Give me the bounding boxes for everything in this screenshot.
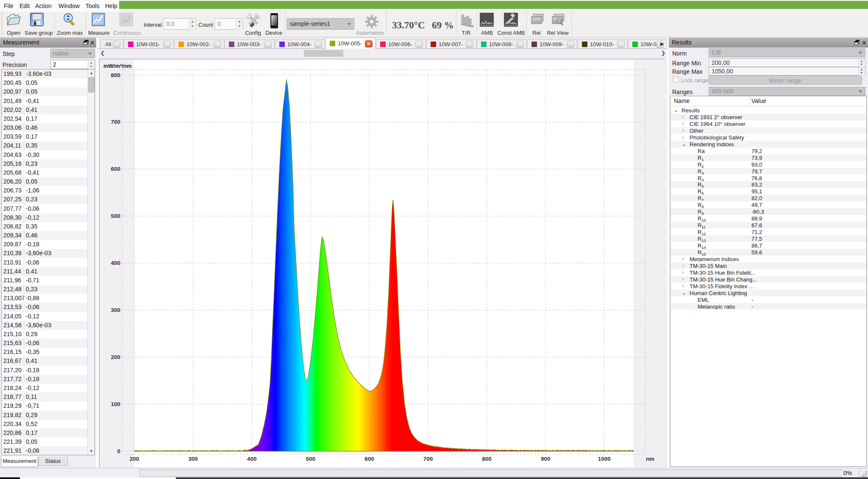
svg-text:200: 200 [130, 456, 139, 462]
svg-text:700: 700 [423, 456, 433, 462]
svg-text:400: 400 [111, 260, 120, 266]
svg-text:200: 200 [111, 354, 120, 360]
svg-text:600: 600 [364, 456, 374, 462]
svg-text:1000: 1000 [598, 456, 611, 462]
svg-text:500: 500 [111, 213, 120, 219]
svg-text:800: 800 [482, 456, 492, 462]
svg-text:100: 100 [111, 401, 120, 407]
svg-text:0: 0 [117, 448, 120, 454]
svg-text:mW/m²/nm: mW/m²/nm [103, 63, 131, 69]
svg-text:800: 800 [111, 72, 120, 78]
svg-text:900: 900 [541, 456, 551, 462]
svg-text:300: 300 [111, 307, 120, 313]
svg-text:600: 600 [111, 166, 120, 172]
svg-text:300: 300 [188, 456, 198, 462]
svg-text:500: 500 [306, 456, 316, 462]
svg-text:nm: nm [646, 456, 654, 462]
svg-text:400: 400 [247, 456, 257, 462]
svg-text:700: 700 [111, 119, 120, 125]
